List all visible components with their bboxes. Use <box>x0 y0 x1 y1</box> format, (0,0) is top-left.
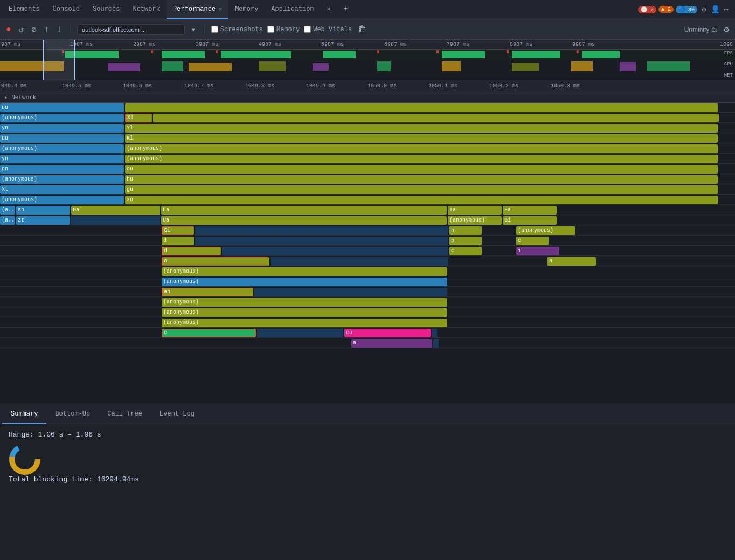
flame-cell-navy6 <box>254 288 447 296</box>
settings-icon[interactable]: ⚙ <box>702 5 706 14</box>
tab-network[interactable]: Network <box>126 0 166 19</box>
fps-red-6 <box>507 50 509 53</box>
fps-bar-3 <box>221 51 291 58</box>
trash-icon[interactable]: 🗑 <box>356 23 368 36</box>
tab-memory[interactable]: Memory <box>228 0 265 19</box>
warning-count: 2 <box>668 6 671 12</box>
clear-button[interactable]: ⊘ <box>30 23 38 37</box>
screenshots-checkbox-label[interactable]: Screenshots <box>211 26 263 33</box>
tab-more[interactable]: » <box>321 0 337 19</box>
screenshots-label: Screenshots <box>220 26 263 33</box>
toolbar-settings-icon[interactable]: ⚙ <box>722 23 731 37</box>
flame-row-17: (anonymous) <box>0 277 735 287</box>
flame-spacer-19 <box>0 298 161 307</box>
cpu-b4 <box>189 63 232 71</box>
tab-sources[interactable]: Sources <box>86 0 126 19</box>
flame-cell-uu: uu <box>0 103 124 112</box>
tab-elements[interactable]: Elements <box>2 0 46 19</box>
customize-icon[interactable]: 👤 <box>711 5 720 14</box>
tab-console-label: Console <box>53 5 80 13</box>
web-vitals-checkbox-label[interactable]: Web Vitals <box>304 26 352 33</box>
tab-application[interactable]: Application <box>265 0 320 19</box>
tab-group: Elements Console Sources Network Perform… <box>2 0 636 19</box>
screenshots-checkbox[interactable] <box>211 26 218 33</box>
detail-ruler-2: 1049.6 ms <box>123 83 152 89</box>
unminify-button[interactable]: Unminify 🗂 <box>684 26 718 33</box>
flame-cell-ia: Ia <box>448 206 502 215</box>
tab-elements-label: Elements <box>9 5 40 13</box>
memory-checkbox-label[interactable]: Memory <box>267 26 300 33</box>
detail-ruler-5: 1049.9 ms <box>306 83 335 89</box>
warning-icon: ▲ <box>661 6 664 12</box>
toolbar-right: Unminify 🗂 ⚙ <box>684 23 731 37</box>
flame-cell-ga: Ga <box>71 206 160 215</box>
flame-cell-yl: Yl <box>125 124 718 133</box>
tab-bar: Elements Console Sources Network Perform… <box>0 0 735 19</box>
cpu-b11 <box>620 62 636 71</box>
tab-event-log[interactable]: Event Log <box>151 405 203 424</box>
flame-cell-yn2: yn <box>0 155 124 163</box>
flame-cell-navy3 <box>195 237 448 245</box>
memory-checkbox[interactable] <box>267 26 274 33</box>
flame-cell-c2: c <box>449 247 482 255</box>
summary-donut-row <box>9 443 726 475</box>
record-button[interactable]: ● <box>4 23 13 36</box>
tab-console[interactable]: Console <box>46 0 86 19</box>
flame-cell-navy8 <box>432 329 437 337</box>
download-button[interactable]: ↓ <box>56 23 64 36</box>
error-icon: ⚪ <box>641 7 647 13</box>
close-icon[interactable]: ✕ <box>219 6 222 12</box>
flame-spacer-13b <box>483 237 515 245</box>
tab-call-tree[interactable]: Call Tree <box>99 405 151 424</box>
flame-row-6: gn ou <box>0 164 735 174</box>
tab-summary[interactable]: Summary <box>2 405 46 424</box>
cpu-b6 <box>313 63 329 71</box>
tab-bottom-up[interactable]: Bottom-Up <box>46 405 99 424</box>
flame-row-14: d c i <box>0 246 735 256</box>
flame-cell-anon2-right: (anonymous) <box>125 144 718 153</box>
flame-row-18: an <box>0 287 735 297</box>
ruler-label-9: 9987 ms <box>572 42 595 47</box>
detail-ruler-3: 1049.7 ms <box>184 83 213 89</box>
fps-area: FPS <box>0 50 735 60</box>
tab-performance[interactable]: Performance ✕ <box>167 0 228 19</box>
flame-area[interactable]: uu (anonymous) Xl yn Yl uu Kl (anonymous… <box>0 103 735 405</box>
flame-cell-h: h <box>449 226 482 235</box>
web-vitals-label: Web Vitals <box>313 26 352 33</box>
flame-row-20: (anonymous) <box>0 308 735 317</box>
flame-cell-uu-right <box>125 103 718 112</box>
info-badge: 🔵 30 <box>676 6 697 13</box>
reload-button[interactable]: ↺ <box>17 23 26 37</box>
flame-cell-navy9 <box>433 339 439 348</box>
flame-row-16: (anonymous) <box>0 267 735 276</box>
flame-cell-anon5: (anonymous) <box>0 196 124 204</box>
url-input[interactable] <box>77 24 185 35</box>
flame-cell-xo: xo <box>125 196 718 204</box>
flame-row-19: (anonymous) <box>0 298 735 307</box>
summary-area: Range: 1.06 s – 1.06 s Total blocking ti… <box>0 424 735 490</box>
timeline-overview[interactable]: 987 ms 1987 ms 2987 ms 3987 ms 4987 ms 5… <box>0 40 735 80</box>
ruler-label-3: 3987 ms <box>196 42 218 47</box>
cpu-b9 <box>512 63 539 71</box>
flame-cell-p: p <box>449 237 482 245</box>
web-vitals-checkbox[interactable] <box>304 26 311 33</box>
flame-cell-anon11: (anonymous) <box>162 308 447 317</box>
flame-cell-n: N <box>547 257 596 266</box>
flame-row-0: uu <box>0 103 735 113</box>
selected-region[interactable] <box>43 40 75 80</box>
flame-spacer-16 <box>0 267 161 276</box>
tab-add[interactable]: + <box>337 0 354 19</box>
more-options-icon[interactable]: ⋯ <box>724 5 729 14</box>
flame-cell-anon3: (anonymous) <box>125 155 718 163</box>
flame-cell-d2: d <box>162 247 221 255</box>
flame-row-13: d p c <box>0 236 735 246</box>
flame-row-8: Xt gu <box>0 185 735 195</box>
flame-cell-navy4 <box>222 247 448 255</box>
upload-button[interactable]: ↑ <box>43 23 51 36</box>
fps-red-3 <box>216 50 218 53</box>
url-dropdown-icon[interactable]: ▾ <box>189 23 198 37</box>
flame-row-9: (anonymous) xo <box>0 195 735 205</box>
error-badge: ⚪ 2 <box>638 6 656 13</box>
flame-cell-anon12: (anonymous) <box>162 319 447 327</box>
flame-cell-anon10: (anonymous) <box>162 298 447 307</box>
